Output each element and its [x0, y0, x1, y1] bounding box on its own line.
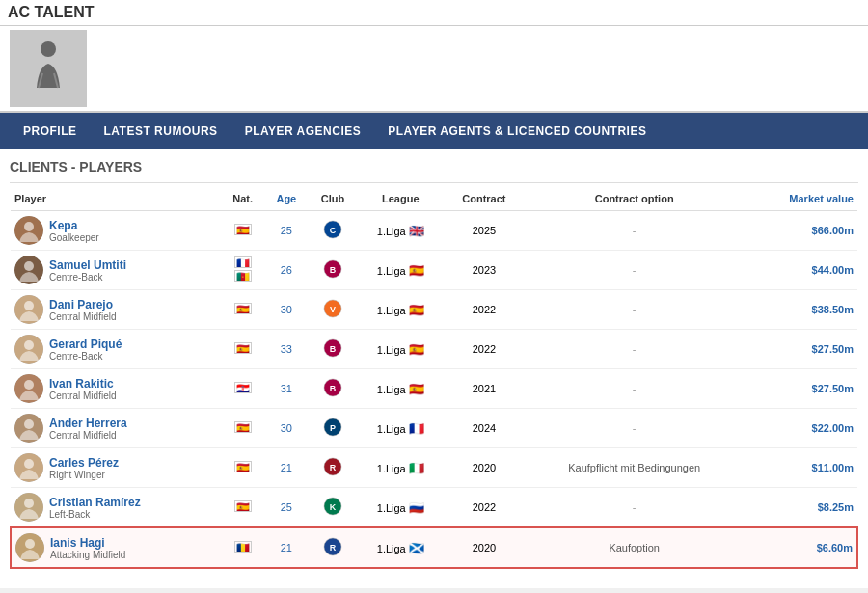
- player-name[interactable]: Gerard Piqué: [49, 337, 122, 351]
- player-name[interactable]: Kepa: [49, 219, 99, 232]
- svg-text:B: B: [330, 265, 337, 275]
- club-cell: P: [308, 409, 357, 448]
- contract-cell: 2022: [444, 290, 525, 330]
- player-position: Left-Back: [49, 509, 141, 520]
- avatar: [14, 295, 43, 324]
- svg-point-10: [24, 301, 34, 310]
- svg-text:R: R: [330, 463, 337, 472]
- player-name[interactable]: Dani Parejo: [49, 298, 116, 311]
- club-icon: P: [323, 427, 342, 439]
- player-position: Right Winger: [49, 470, 119, 480]
- nationality-cell: 🇪🇸: [221, 409, 264, 448]
- club-cell: V: [308, 290, 357, 330]
- league-info: 1.Liga 🇪🇸: [377, 265, 424, 277]
- svg-point-2: [24, 222, 34, 231]
- player-cell: Ivan Rakitic Central Midfield: [11, 369, 221, 409]
- svg-text:B: B: [330, 344, 337, 354]
- avatar: [14, 374, 43, 403]
- player-name[interactable]: Carles Pérez: [49, 456, 119, 470]
- table-row: Samuel Umtiti Centre-Back 🇫🇷🇨🇲26 B 1.Lig…: [11, 251, 857, 290]
- player-name[interactable]: Cristian Ramírez: [49, 496, 141, 509]
- player-cell: Gerard Piqué Centre-Back: [11, 330, 221, 369]
- player-position: Central Midfield: [49, 311, 116, 322]
- contract-option-cell: -: [525, 488, 745, 528]
- flag-icon-2: 🇨🇲: [234, 270, 252, 282]
- player-name[interactable]: Ivan Rakitic: [49, 377, 116, 391]
- svg-text:V: V: [330, 305, 336, 314]
- player-info: Cristian Ramírez Left-Back: [49, 496, 141, 520]
- market-value-cell: $22.00m: [745, 409, 857, 448]
- player-cell: Carles Pérez Right Winger: [11, 448, 221, 488]
- player-info: Samuel Umtiti Centre-Back: [49, 258, 126, 283]
- player-position: Attacking Midfield: [50, 550, 125, 560]
- svg-text:B: B: [330, 384, 337, 393]
- nav-player-agents[interactable]: PLAYER AGENTS & LICENCED COUNTRIES: [374, 113, 660, 149]
- club-icon: B: [323, 269, 342, 281]
- svg-text:K: K: [330, 502, 337, 512]
- svg-point-0: [41, 41, 56, 57]
- banner: [0, 26, 868, 113]
- player-name[interactable]: Samuel Umtiti: [49, 258, 126, 272]
- player-cell: Ander Herrera Central Midfield: [11, 409, 221, 448]
- player-name[interactable]: Ander Herrera: [49, 417, 127, 430]
- contract-cell: 2025: [444, 211, 525, 251]
- age-cell: 31: [264, 369, 308, 409]
- col-league: League: [357, 187, 444, 211]
- navigation: PROFILE LATEST RUMOURS PLAYER AGENCIES P…: [0, 113, 868, 149]
- contract-option-cell: -: [525, 330, 745, 369]
- club-cell: C: [308, 211, 357, 251]
- player-position: Central Midfield: [49, 430, 127, 441]
- table-row: Cristian Ramírez Left-Back 🇪🇸25 K 1.Liga…: [11, 488, 857, 528]
- contract-option-cell: -: [525, 409, 745, 448]
- col-nat: Nat.: [221, 187, 264, 211]
- nav-latest-rumours[interactable]: LATEST RUMOURS: [91, 113, 231, 149]
- league-cell: 1.Liga 🇪🇸: [357, 251, 444, 290]
- svg-text:R: R: [330, 543, 337, 553]
- player-info: Dani Parejo Central Midfield: [49, 298, 116, 322]
- svg-point-30: [24, 499, 34, 508]
- player-cell: Kepa Goalkeeper: [11, 211, 221, 251]
- player-name[interactable]: Ianis Hagi: [50, 536, 125, 550]
- player-position: Goalkeeper: [49, 232, 99, 243]
- nationality-cell: 🇪🇸: [221, 290, 264, 330]
- nationality-cell: 🇪🇸: [221, 211, 264, 251]
- club-icon: R: [323, 467, 342, 478]
- club-cell: B: [308, 369, 357, 409]
- age-cell: 21: [264, 527, 308, 568]
- svg-point-34: [25, 539, 35, 549]
- age-cell: 30: [264, 409, 308, 448]
- player-cell: Cristian Ramírez Left-Back: [11, 488, 221, 528]
- contract-option-cell: Kaufpflicht mit Bedingungen: [525, 448, 745, 488]
- market-value-cell: $8.25m: [745, 488, 857, 528]
- age-cell: 21: [264, 448, 308, 488]
- league-info: 1.Liga 🇪🇸: [377, 384, 424, 395]
- player-cell: Dani Parejo Central Midfield: [11, 290, 221, 330]
- table-row: Dani Parejo Central Midfield 🇪🇸30 V 1.Li…: [11, 290, 857, 330]
- nationality-cell: 🇪🇸: [221, 488, 264, 528]
- contract-option-cell: -: [525, 211, 745, 251]
- col-player: Player: [11, 187, 221, 211]
- flag-icon: 🇭🇷: [234, 382, 252, 393]
- svg-point-18: [24, 380, 34, 390]
- market-value-cell: $27.50m: [745, 369, 857, 409]
- nationality-cell: 🇪🇸: [221, 448, 264, 488]
- league-cell: 1.Liga 🇪🇸: [357, 369, 444, 409]
- nav-profile[interactable]: PROFILE: [10, 113, 91, 149]
- flag-icon: 🇪🇸: [234, 461, 252, 472]
- league-cell: 1.Liga 🇪🇸: [357, 330, 444, 369]
- league-cell: 1.Liga 🏴󠁧󠁢󠁳󠁣󠁴󠁿: [357, 527, 444, 568]
- league-cell: 1.Liga 🇷🇺: [357, 488, 444, 528]
- player-info: Ianis Hagi Attacking Midfield: [50, 536, 125, 560]
- club-cell: B: [308, 330, 357, 369]
- club-cell: R: [308, 448, 357, 488]
- contract-option-cell: -: [525, 251, 745, 290]
- avatar: [15, 533, 44, 562]
- player-info: Carles Pérez Right Winger: [49, 456, 119, 480]
- age-cell: 25: [264, 488, 308, 528]
- player-info: Kepa Goalkeeper: [49, 219, 99, 243]
- table-row: Ander Herrera Central Midfield 🇪🇸30 P 1.…: [11, 409, 857, 448]
- nav-player-agencies[interactable]: PLAYER AGENCIES: [231, 113, 375, 149]
- age-cell: 26: [264, 251, 308, 290]
- league-info: 1.Liga 🇬🇧: [377, 226, 424, 237]
- players-table: Player Nat. Age Club League Contract Con…: [10, 187, 858, 569]
